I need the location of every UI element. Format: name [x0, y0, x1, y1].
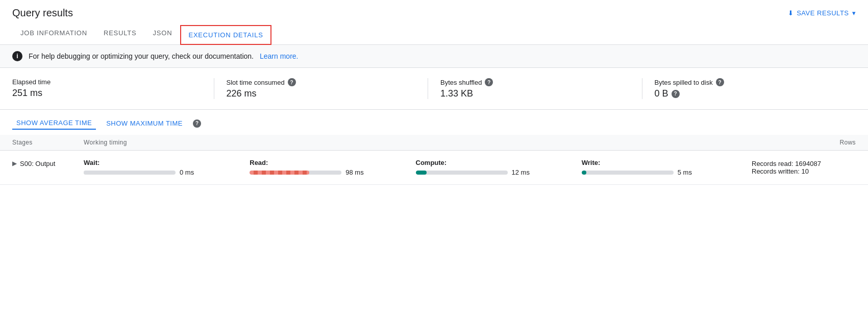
- tab-results[interactable]: RESULTS: [95, 23, 145, 44]
- download-icon: ⬇: [788, 9, 794, 17]
- stat-elapsed-time: Elapsed time 251 ms: [12, 78, 214, 99]
- wait-label: Wait:: [84, 159, 245, 166]
- timing-write: Write: 5 ms: [582, 159, 743, 176]
- show-maximum-time-button[interactable]: SHOW MAXIMUM TIME: [102, 117, 187, 129]
- bytes-spilled-label: Bytes spilled to disk: [655, 79, 713, 86]
- info-text: For help debugging or optimizing your qu…: [29, 52, 254, 60]
- elapsed-time-label: Elapsed time: [12, 78, 51, 86]
- compute-bar-track: [416, 171, 508, 175]
- column-header-rows: Rows: [743, 139, 856, 146]
- wait-bar-fill: [84, 171, 86, 175]
- column-header-timing: Working timing: [84, 139, 743, 146]
- tab-job-information[interactable]: JOB INFORMATION: [12, 23, 95, 44]
- bytes-shuffled-help-icon[interactable]: ?: [485, 78, 493, 86]
- stage-cell: ▶ S00: Output: [12, 156, 84, 179]
- tabs-bar: JOB INFORMATION RESULTS JSON EXECUTION D…: [0, 23, 868, 45]
- timing-wait: Wait: 0 ms: [84, 159, 245, 176]
- learn-more-link[interactable]: Learn more.: [260, 52, 298, 60]
- stat-bytes-shuffled: Bytes shuffled ? 1.33 KB: [428, 78, 642, 99]
- chevron-down-icon: ▾: [852, 9, 856, 17]
- stats-row: Elapsed time 251 ms Slot time consumed ?…: [0, 68, 868, 110]
- save-results-button[interactable]: ⬇ SAVE RESULTS ▾: [788, 9, 856, 17]
- page-title: Query results: [12, 7, 73, 19]
- read-label: Read:: [250, 159, 411, 166]
- wait-bar-track: [84, 171, 176, 175]
- compute-bar-fill: [416, 171, 427, 175]
- bytes-shuffled-value: 1.33 KB: [440, 88, 473, 99]
- info-icon: i: [12, 51, 22, 61]
- info-bar: i For help debugging or optimizing your …: [0, 45, 868, 68]
- bytes-spilled-value: 0 B: [655, 88, 668, 99]
- table-row: ▶ S00: Output Wait: 0 ms Read:: [0, 151, 868, 185]
- column-header-stages: Stages: [12, 139, 84, 146]
- stage-name: S00: Output: [20, 160, 55, 167]
- records-written: Records written: 10: [752, 167, 856, 175]
- compute-value: 12 ms: [512, 168, 530, 176]
- slot-time-label: Slot time consumed: [227, 79, 285, 86]
- timing-help-icon[interactable]: ?: [193, 119, 201, 128]
- show-average-time-button[interactable]: SHOW AVERAGE TIME: [12, 117, 96, 130]
- write-value: 5 ms: [678, 168, 692, 176]
- records-read: Records read: 1694087: [752, 160, 856, 167]
- tab-execution-details[interactable]: EXECUTION DETAILS: [180, 25, 271, 45]
- read-value: 98 ms: [345, 168, 363, 176]
- timing-grid: Wait: 0 ms Read: 98 ms: [84, 156, 743, 179]
- page: Query results ⬇ SAVE RESULTS ▾ JOB INFOR…: [0, 0, 868, 313]
- read-bar-fill: [250, 171, 309, 175]
- save-results-label: SAVE RESULTS: [797, 9, 849, 17]
- rows-cell: Records read: 1694087 Records written: 1…: [743, 156, 856, 179]
- toggle-row: SHOW AVERAGE TIME SHOW MAXIMUM TIME ?: [0, 110, 868, 135]
- write-bar-track: [582, 171, 674, 175]
- slot-time-value: 226 ms: [227, 88, 257, 99]
- header: Query results ⬇ SAVE RESULTS ▾: [0, 0, 868, 19]
- bytes-shuffled-label: Bytes shuffled: [440, 79, 482, 86]
- bytes-spilled-help-icon[interactable]: ?: [716, 78, 724, 86]
- timing-cell: Wait: 0 ms Read: 98 ms: [84, 156, 743, 179]
- timing-compute: Compute: 12 ms: [416, 159, 578, 176]
- compute-label: Compute:: [416, 159, 578, 166]
- stat-bytes-spilled: Bytes spilled to disk ? 0 B ?: [642, 78, 856, 99]
- write-label: Write:: [582, 159, 743, 166]
- write-bar-fill: [582, 171, 586, 175]
- table-header: Stages Working timing Rows: [0, 135, 868, 151]
- read-bar-track: [250, 171, 341, 175]
- bytes-spilled-value-help-icon[interactable]: ?: [672, 90, 680, 98]
- timing-read: Read: 98 ms: [250, 159, 411, 176]
- elapsed-time-value: 251 ms: [12, 88, 42, 99]
- stat-slot-time: Slot time consumed ? 226 ms: [214, 78, 428, 99]
- wait-value: 0 ms: [180, 168, 194, 176]
- expand-icon[interactable]: ▶: [12, 160, 17, 167]
- tab-json[interactable]: JSON: [145, 23, 181, 44]
- slot-time-help-icon[interactable]: ?: [288, 78, 296, 86]
